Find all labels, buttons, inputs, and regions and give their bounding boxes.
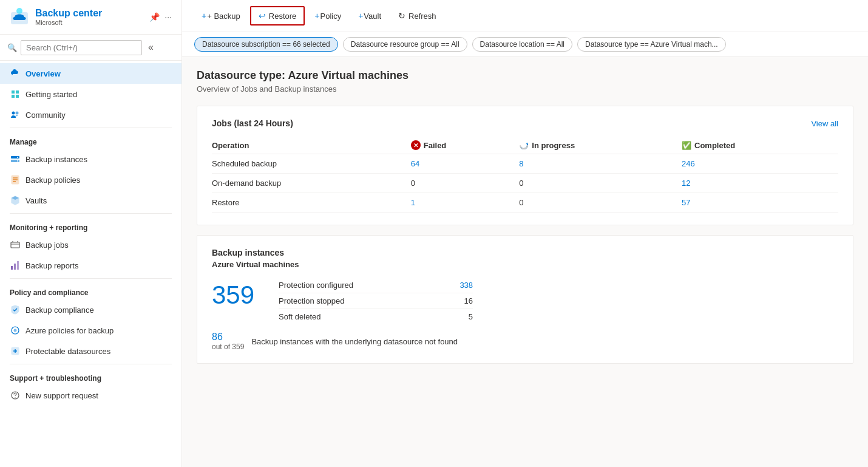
protection-stopped-value: 16 [464,296,473,305]
sidebar-item-label-backup-instances: Backup instances [25,155,87,164]
policy-divider [10,278,172,279]
svg-rect-16 [11,266,13,270]
svg-point-7 [17,160,18,162]
jobs-card: Jobs (last 24 Hours) View all Operation … [197,106,853,225]
completed-header-label: Completed [694,141,735,150]
sidebar-item-new-support[interactable]: New support request [0,385,181,406]
azure-policies-icon [10,325,21,336]
svg-rect-17 [14,264,16,270]
op-on-demand: On-demand backup [212,174,411,193]
vault-button[interactable]: + Vault [351,7,388,24]
sidebar-item-backup-reports[interactable]: Backup reports [0,255,181,276]
sidebar-item-label-vaults: Vaults [25,196,47,205]
sidebar-item-backup-instances[interactable]: Backup instances [0,149,181,169]
bottom-instances-number[interactable]: 86 [212,332,244,343]
restore-completed[interactable]: 57 [682,198,690,207]
app-icon [10,7,29,27]
view-all-link[interactable]: View all [811,119,838,128]
svg-rect-18 [17,261,19,270]
support-divider [10,364,172,364]
restore-in-progress: 0 [519,198,523,207]
scheduled-failed[interactable]: 64 [411,159,419,168]
progress-status-icon [519,140,529,150]
table-row: Restore 1 0 57 [212,193,838,213]
table-row: On-demand backup 0 0 12 [212,174,838,193]
ondemand-failed: 0 [411,179,415,188]
sidebar-item-label-new-support: New support request [25,391,98,400]
vault-button-label: Vault [364,12,381,21]
jobs-title-text: Jobs (last 24 Hours) [212,118,293,128]
sidebar-item-label-overview: Overview [25,69,61,78]
svg-point-25 [15,397,15,398]
search-input[interactable] [21,40,142,55]
manage-section-label: Manage [0,131,181,149]
restore-button-label: Restore [269,12,297,21]
resource-group-filter-label: Datasource resource group == All [351,40,459,49]
svg-point-3 [16,112,19,115]
scheduled-in-progress[interactable]: 8 [519,159,523,168]
soft-deleted-value: 5 [469,312,473,321]
sidebar-item-protectable[interactable]: Protectable datasources [0,341,181,361]
backup-instances-datasource: Azure Virtual machines [212,260,838,269]
location-filter-label: Datasource location == All [480,40,565,49]
soft-deleted-label: Soft deleted [279,312,320,321]
jobs-card-title: Jobs (last 24 Hours) View all [212,118,838,128]
col-header-completed: ✅ Completed [682,137,838,154]
col-header-failed: ✕ Failed [411,137,520,154]
ondemand-in-progress: 0 [519,179,523,188]
sidebar-item-backup-policies[interactable]: Backup policies [0,169,181,190]
sidebar-item-getting-started[interactable]: Getting started [0,84,181,104]
sidebar-item-vaults[interactable]: Vaults [0,190,181,211]
scheduled-completed[interactable]: 246 [682,159,695,168]
sidebar-item-community[interactable]: Community [0,104,181,125]
monitoring-divider [10,213,172,214]
compliance-icon [10,304,21,315]
table-row: Scheduled backup 64 8 246 [212,154,838,174]
location-filter-chip[interactable]: Datasource location == All [472,37,572,52]
support-icon [10,390,21,401]
plus-icon-policy: + [314,11,319,21]
sidebar-header: Backup center Microsoft 📌 ··· [0,0,181,35]
sidebar-item-label-backup-jobs: Backup jobs [25,240,69,250]
sidebar-item-backup-compliance[interactable]: Backup compliance [0,299,181,320]
resource-group-filter-chip[interactable]: Datasource resource group == All [343,37,467,52]
ondemand-completed[interactable]: 12 [682,179,690,188]
subscription-filter-chip[interactable]: Datasource subscription == 66 selected [194,37,338,52]
total-instances-number[interactable]: 359 [212,278,254,308]
instances-row: 359 Protection configured 338 Protection… [212,278,838,324]
sidebar-item-azure-policies[interactable]: Azure policies for backup [0,320,181,341]
type-filter-chip[interactable]: Datasource type == Azure Virtual mach... [577,37,726,52]
type-filter-label: Datasource type == Azure Virtual mach... [585,40,718,49]
sidebar-header-actions: 📌 ··· [149,12,172,22]
manage-divider [10,128,172,128]
page-title: Datasource type: Azure Virtual machines [197,69,853,82]
sidebar-item-backup-jobs[interactable]: Backup jobs [0,234,181,255]
protection-configured-value[interactable]: 338 [459,281,473,290]
restore-failed[interactable]: 1 [411,198,415,207]
main-panel: + + Backup ↩ Restore + Policy + Vault ↻ … [182,0,868,467]
refresh-icon: ↻ [398,11,405,21]
instances-bottom: 86 out of 359 Backup instances with the … [212,332,838,351]
op-restore: Restore [212,193,411,213]
sidebar-item-label-community: Community [25,111,66,120]
sidebar-item-label-backup-policies: Backup policies [25,176,80,185]
svg-point-20 [14,329,17,332]
backup-button[interactable]: + + Backup [194,7,248,24]
cloud-icon [10,68,21,79]
collapse-sidebar-button[interactable]: « [146,39,156,55]
filter-bar: Datasource subscription == 66 selected D… [182,32,868,57]
sidebar-search-area: 🔍 « [0,35,181,61]
pin-icon[interactable]: 📌 [149,12,160,22]
community-icon [10,109,21,120]
in-progress-header-label: In progress [532,141,575,150]
restore-button[interactable]: ↩ Restore [250,6,305,26]
support-section-label: Support + troubleshooting [0,367,181,385]
plus-icon-backup: + [202,11,206,21]
sidebar-item-overview[interactable]: Overview [0,63,181,84]
jobs-table: Operation ✕ Failed [212,137,838,213]
refresh-button-label: Refresh [409,12,436,21]
policy-button[interactable]: + Policy [307,7,348,24]
refresh-button[interactable]: ↻ Refresh [391,7,444,24]
more-options-icon[interactable]: ··· [164,12,172,22]
op-scheduled: Scheduled backup [212,154,411,174]
